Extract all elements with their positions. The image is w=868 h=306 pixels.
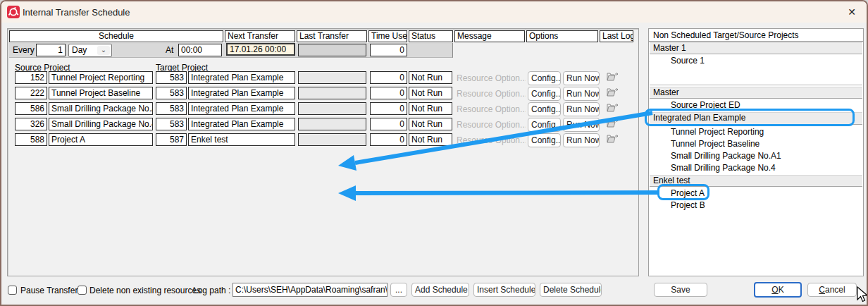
open-log-folder-icon[interactable] — [607, 72, 619, 82]
cancel-button[interactable]: Cancel — [807, 283, 857, 297]
pause-transfer-checkbox[interactable] — [8, 286, 17, 295]
internal-transfer-schedule-dialog: Internal Transfer Schedule ✕ Schedule Ne… — [0, 0, 868, 306]
target-id-field[interactable]: 583 — [156, 118, 187, 130]
at-time-field[interactable]: 00:00 — [178, 44, 222, 56]
column-header-message: Message — [454, 30, 525, 42]
status-display: Not Run — [409, 118, 452, 130]
at-label: At — [166, 45, 173, 55]
every-value-field[interactable]: 1 — [36, 44, 66, 56]
status-display: Not Run — [409, 87, 452, 99]
save-button[interactable]: Save — [654, 283, 707, 297]
config-button[interactable]: Config... — [528, 133, 561, 147]
target-id-field[interactable]: 583 — [156, 87, 187, 99]
project-group-master-1[interactable]: Master 1 — [650, 42, 862, 54]
project-item-small-drilling-package-no-a1[interactable]: Small Drilling Package No.A1 — [650, 150, 862, 162]
config-button[interactable]: Config... — [528, 118, 561, 132]
insert-schedule-button[interactable]: Insert Schedule — [473, 283, 535, 297]
target-name-field[interactable]: Integrated Plan Example — [188, 118, 295, 130]
project-item-project-b[interactable]: Project B — [650, 200, 862, 212]
project-item-small-drilling-package-no-4[interactable]: Small Drilling Package No.4 — [650, 162, 862, 174]
column-header-last-log: Last Log — [600, 30, 633, 42]
chevron-down-icon[interactable]: ⌄ — [97, 46, 110, 55]
run-now-button[interactable]: Run Now — [563, 71, 600, 85]
source-id-field[interactable]: 588 — [15, 133, 47, 146]
pause-transfer-label: Pause Transfer — [20, 286, 78, 295]
highlight-box-project-a — [657, 184, 709, 200]
delete-non-existing-checkbox[interactable] — [78, 286, 87, 295]
schedule-grid-panel: Schedule Next Transfer Last Transfer Tim… — [7, 28, 639, 276]
cancel-button-accesskey: C — [819, 285, 825, 295]
source-name-field[interactable]: Tunnel Project Baseline — [49, 87, 153, 99]
status-display: Not Run — [409, 102, 452, 115]
last-transfer-display — [298, 71, 366, 84]
group-separator — [650, 85, 862, 85]
ok-button-label: K — [779, 285, 784, 295]
open-log-folder-icon[interactable] — [607, 134, 619, 144]
ok-button-accesskey: O — [771, 285, 778, 295]
target-id-field[interactable]: 583 — [156, 102, 187, 115]
highlight-box-integrated-plan-example — [645, 109, 855, 126]
run-now-button[interactable]: Run Now — [563, 87, 600, 101]
resource-option-button[interactable]: Resource Option... — [457, 103, 526, 116]
log-path-label: Log path : — [193, 286, 230, 295]
column-header-time-used: Time Used — [368, 30, 407, 42]
run-now-button[interactable]: Run Now — [563, 102, 600, 116]
project-item-tunnel-project-baseline[interactable]: Tunnel Project Baseline — [650, 138, 862, 150]
config-button[interactable]: Config... — [528, 102, 561, 116]
source-id-field[interactable]: 586 — [15, 102, 47, 115]
target-name-field[interactable]: Integrated Plan Example — [188, 87, 295, 99]
source-name-field[interactable]: Tunnel Project Reporting — [49, 71, 153, 84]
delete-non-existing-label: Delete non existing resources — [89, 286, 201, 295]
source-id-field[interactable]: 222 — [15, 87, 47, 99]
non-scheduled-projects-title: Non Scheduled Target/Source Projects — [649, 29, 863, 42]
target-id-field[interactable]: 587 — [156, 133, 187, 146]
close-icon[interactable]: ✕ — [843, 4, 861, 20]
title-bar: Internal Transfer Schedule ✕ — [1, 1, 867, 23]
cancel-button-label: ancel — [825, 285, 845, 295]
add-schedule-button[interactable]: Add Schedule — [411, 283, 469, 297]
target-name-field[interactable]: Integrated Plan Example — [188, 71, 295, 84]
column-header-last-transfer: Last Transfer — [297, 30, 367, 42]
status-display: Not Run — [409, 133, 452, 146]
column-header-options: Options — [526, 30, 598, 42]
open-log-folder-icon[interactable] — [607, 118, 619, 128]
target-name-field[interactable]: Enkel test — [188, 133, 295, 146]
source-id-field[interactable]: 326 — [15, 118, 47, 130]
status-display: Not Run — [409, 71, 452, 84]
ok-button[interactable]: OK — [754, 282, 802, 298]
resource-option-button[interactable]: Resource Option... — [457, 134, 526, 147]
open-log-folder-icon[interactable] — [607, 87, 619, 97]
next-transfer-field[interactable]: 17.01.26 00:00 — [226, 43, 295, 56]
config-button[interactable]: Config... — [528, 71, 561, 85]
run-now-button[interactable]: Run Now — [563, 118, 600, 132]
window-title: Internal Transfer Schedule — [23, 7, 130, 18]
source-name-field[interactable]: Small Drilling Package No.4 — [49, 118, 153, 130]
mouse-cursor-icon — [857, 286, 868, 303]
column-header-schedule: Schedule — [9, 30, 223, 42]
run-now-button[interactable]: Run Now — [563, 133, 600, 147]
log-path-input[interactable]: C:\Users\SEH\AppData\Roaming\safran\temp — [232, 283, 388, 297]
source-id-field[interactable]: 152 — [15, 71, 47, 84]
resource-option-button[interactable]: Resource Option... — [457, 118, 526, 131]
resource-option-button[interactable]: Resource Option... — [457, 72, 526, 85]
last-transfer-display — [298, 44, 366, 56]
config-button[interactable]: Config... — [528, 87, 561, 101]
source-name-field[interactable]: Project A — [49, 133, 153, 146]
open-log-folder-icon[interactable] — [607, 103, 619, 113]
column-header-status: Status — [409, 30, 453, 42]
time-used-display: 0 — [370, 118, 407, 130]
last-transfer-display — [298, 102, 366, 115]
target-name-field[interactable]: Integrated Plan Example — [188, 102, 295, 115]
target-id-field[interactable]: 583 — [156, 71, 187, 84]
project-group-master[interactable]: Master — [650, 87, 862, 99]
resource-option-button[interactable]: Resource Option... — [457, 87, 526, 100]
interval-select[interactable]: Day ⌄ — [68, 44, 112, 57]
last-transfer-display — [298, 118, 366, 130]
time-used-display: 0 — [370, 87, 407, 99]
delete-schedule-button[interactable]: Delete Schedule — [540, 283, 602, 297]
project-item-tunnel-project-reporting[interactable]: Tunnel Project Reporting — [650, 126, 862, 138]
browse-log-path-button[interactable]: ... — [390, 283, 407, 297]
source-name-field[interactable]: Small Drilling Package No.A1 — [49, 102, 153, 115]
time-used-field[interactable]: 0 — [370, 44, 407, 56]
project-item-source-1[interactable]: Source 1 — [650, 55, 862, 67]
